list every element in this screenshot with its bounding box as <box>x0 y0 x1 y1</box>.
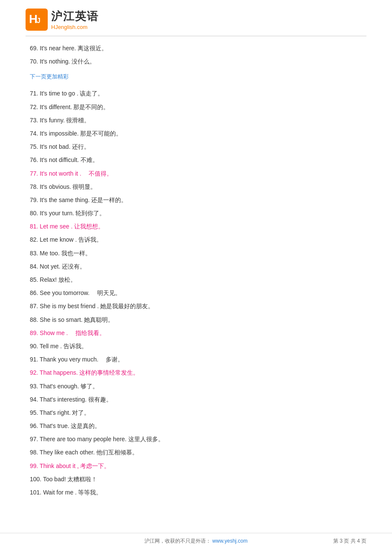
phrase-chinese-72: 那是不同的。 <box>73 104 109 110</box>
phrase-english-72: 72. It's different. <box>30 104 72 110</box>
phrase-chinese-81: 让我想想。 <box>74 223 104 230</box>
phrase-chinese-93: 够了。 <box>81 383 98 390</box>
phrase-item-87: 87. She is my best friend . 她是我最好的朋友。 <box>30 301 362 312</box>
phrase-english-90: 90. Tell me . <box>30 343 62 350</box>
phrase-english-92: 92. That happens. <box>30 369 78 376</box>
phrase-english-82: 82. Let me know . <box>30 236 77 243</box>
phrase-chinese-84: 还没有。 <box>62 263 86 270</box>
logo-title: 沪江英语 <box>51 9 99 24</box>
header: H J 沪江英语 HJenglish.com <box>26 9 366 36</box>
phrase-english-91: 91. Thank you very much. <box>30 356 98 363</box>
page-wrapper: H J 沪江英语 HJenglish.com 69. It's near her… <box>0 0 392 555</box>
phrase-item-99: 99. Think about it , 考虑一下。 <box>30 461 362 471</box>
phrase-item-85: 85. Relax! 放松。 <box>30 275 362 285</box>
phrase-item-82: 82. Let me know . 告诉我。 <box>30 234 362 245</box>
phrase-chinese-78: 很明显。 <box>72 184 96 190</box>
phrase-item-80: 80. It's your turn. 轮到你了。 <box>30 208 362 219</box>
footer-text: 沪江网，收获的不只是外语： <box>144 538 211 544</box>
phrase-item-72: 72. It's different. 那是不同的。 <box>30 102 362 113</box>
phrase-english-86: 86. See you tomorrow. <box>30 289 89 296</box>
phrase-english-101: 101. Wait for me . <box>30 489 77 496</box>
phrase-item-73: 73. It's funny. 很滑稽。 <box>30 115 362 126</box>
phrase-item-70: 70. It's nothing. 没什么。 <box>30 56 362 67</box>
phrase-chinese-90: 告诉我。 <box>63 343 87 350</box>
phrase-item-89: 89. Show me . 指给我看。 <box>30 328 362 338</box>
phrase-chinese-99: 考虑一下。 <box>80 463 110 469</box>
logo-subtitle: HJenglish.com <box>51 24 99 30</box>
phrase-item-71: 71. It's time to go . 该走了。 <box>30 88 362 99</box>
phrase-chinese-77: 不值得。 <box>83 171 112 177</box>
phrase-english-74: 74. It's impossible. <box>30 130 79 137</box>
phrase-chinese-75: 还行。 <box>72 144 90 150</box>
phrase-english-88: 88. She is so smart. <box>30 316 83 323</box>
phrase-item-100: 100. Too bad! 太糟糕啦！ <box>30 474 362 485</box>
phrase-item-83: 83. Me too. 我也一样。 <box>30 248 362 259</box>
phrase-item-95: 95. That's right. 对了。 <box>30 408 362 418</box>
phrase-english-95: 95. That's right. <box>30 409 71 416</box>
phrase-chinese-76: 不难。 <box>81 157 98 163</box>
phrase-english-75: 75. It's not bad. <box>30 143 70 150</box>
phrase-english-97: 97. There are too many people here. <box>30 436 127 442</box>
phrase-chinese-97: 这里人很多。 <box>128 436 164 442</box>
phrase-chinese-98: 他们互相倾慕。 <box>96 449 138 456</box>
phrase-english-77: 77. It's not worth it . <box>30 170 81 177</box>
phrase-item-88: 88. She is so smart. 她真聪明。 <box>30 315 362 325</box>
phrase-english-93: 93. That's enough. <box>30 383 79 390</box>
phrase-chinese-83: 我也一样。 <box>61 250 91 257</box>
phrase-chinese-89: 指给我看。 <box>69 330 105 336</box>
phrase-chinese-100: 太糟糕啦！ <box>67 476 97 483</box>
phrase-item-74: 74. It's impossible. 那是不可能的。 <box>30 128 362 139</box>
phrase-item-93: 93. That's enough. 够了。 <box>30 381 362 392</box>
logo-icon: H J <box>26 9 48 31</box>
next-page-link[interactable]: 下一页更加精彩 <box>30 73 69 80</box>
phrase-english-98: 98. They like each other. <box>30 449 95 456</box>
phrase-item-86: 86. See you tomorrow. 明天见。 <box>30 288 362 298</box>
phrase-english-69: 69. It's near here. <box>30 45 76 52</box>
phrase-item-101: 101. Wait for me . 等等我。 <box>30 487 362 498</box>
phrase-item-90: 90. Tell me . 告诉我。 <box>30 341 362 352</box>
phrase-english-89: 89. Show me . <box>30 330 68 336</box>
phrase-english-81: 81. Let me see . <box>30 223 72 230</box>
phrase-item-81: 81. Let me see . 让我想想。 <box>30 221 362 232</box>
phrase-chinese-71: 该走了。 <box>80 90 104 97</box>
phrase-item-92: 92. That happens. 这样的事情经常发生。 <box>30 367 362 378</box>
phrase-chinese-91: 多谢。 <box>100 356 124 363</box>
phrase-chinese-80: 轮到你了。 <box>75 210 105 217</box>
phrase-item-91: 91. Thank you very much. 多谢。 <box>30 354 362 365</box>
phrase-chinese-73: 很滑稽。 <box>66 117 90 124</box>
phrase-chinese-94: 很有趣。 <box>88 396 112 403</box>
phrase-english-87: 87. She is my best friend . <box>30 303 99 309</box>
phrase-item-79: 79. It's the same thing. 还是一样的。 <box>30 195 362 205</box>
phrase-chinese-82: 告诉我。 <box>78 237 102 243</box>
phrase-english-73: 73. It's funny. <box>30 117 65 124</box>
phrase-item-69: 69. It's near here. 离这很近。 <box>30 43 362 54</box>
phrase-chinese-85: 放松。 <box>58 277 76 283</box>
content-area: 69. It's near here. 离这很近。 70. It's nothi… <box>26 43 366 498</box>
phrase-english-94: 94. That's interesting. <box>30 396 86 403</box>
phrase-english-79: 79. It's the same thing. <box>30 197 89 203</box>
phrase-chinese-95: 对了。 <box>72 410 90 416</box>
phrase-chinese-69: 离这很近。 <box>78 45 107 52</box>
phrase-english-80: 80. It's your turn. <box>30 210 74 217</box>
phrase-english-76: 76. It's not difficult. <box>30 156 79 163</box>
phrase-english-84: 84. Not yet. <box>30 263 61 270</box>
phrase-chinese-87: 她是我最好的朋友。 <box>100 303 154 309</box>
phrase-chinese-88: 她真聪明。 <box>84 317 114 323</box>
phrase-english-78: 78. It's obvious. <box>30 183 71 190</box>
footer: 沪江网，收获的不只是外语： www.yeshj.com 第 3 页 共 4 页 <box>0 533 392 545</box>
phrase-chinese-101: 等等我。 <box>78 489 102 496</box>
phrase-item-94: 94. That's interesting. 很有趣。 <box>30 394 362 405</box>
phrase-english-85: 85. Relax! <box>30 276 57 283</box>
phrase-item-96: 96. That's true. 这是真的。 <box>30 421 362 431</box>
phrase-chinese-74: 那是不可能的。 <box>80 130 122 137</box>
phrase-chinese-96: 这是真的。 <box>71 423 101 429</box>
logo-box: H J 沪江英语 HJenglish.com <box>26 9 99 31</box>
phrase-item-78: 78. It's obvious. 很明显。 <box>30 182 362 192</box>
footer-website-link[interactable]: www.yeshj.com <box>212 538 248 544</box>
phrase-item-76: 76. It's not difficult. 不难。 <box>30 155 362 165</box>
logo-text-area: 沪江英语 HJenglish.com <box>51 9 99 30</box>
phrase-chinese-79: 还是一样的。 <box>91 197 127 203</box>
phrase-item-77: 77. It's not worth it . 不值得。 <box>30 168 362 179</box>
phrase-chinese-70: 没什么。 <box>72 58 95 65</box>
phrase-english-100: 100. Too bad! <box>30 476 66 483</box>
